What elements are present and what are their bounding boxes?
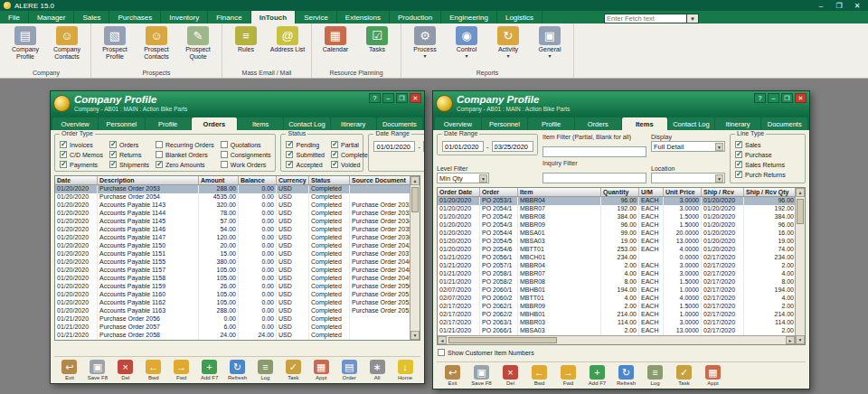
window-tab[interactable]: Personnel xyxy=(99,117,144,130)
table-row[interactable]: 01/21/2020 PO 2057/1 MBBR04 2.00 EACH 3.… xyxy=(438,262,795,270)
table-row[interactable]: 01/21/2020 Purchase Order 2056 0.00 0.00… xyxy=(55,315,410,324)
scroll-left-icon[interactable]: ◄ xyxy=(438,336,447,344)
window-titlebar[interactable]: Company Profile Company - AB01 : MAIN : … xyxy=(433,91,809,116)
window-tab[interactable]: Items xyxy=(622,117,668,130)
scroll-up-icon[interactable]: ▲ xyxy=(796,188,805,197)
toolbar-button[interactable]: ▦ Appt xyxy=(310,360,332,380)
toolbar-button[interactable]: ▣ Save F8 xyxy=(470,365,493,386)
table-row[interactable]: 01/20/2020 PO 2054/1 MBBR07 192.00 EACH … xyxy=(438,205,795,213)
column-header[interactable]: Status xyxy=(309,176,350,184)
scrollbar-thumb[interactable] xyxy=(448,337,557,343)
help-button[interactable]: ? xyxy=(754,93,766,103)
scroll-right-icon[interactable]: ► xyxy=(786,336,795,344)
column-header[interactable]: Quantity xyxy=(601,188,639,196)
window-tab[interactable]: Profile xyxy=(146,117,191,130)
table-row[interactable]: 01/20/2020 PO 2054/4 MBSA01 99.00 EACH 2… xyxy=(438,230,795,238)
table-row[interactable]: 02/07/2020 PO 2060/2 MBTT01 4.00 EACH 4.… xyxy=(438,295,795,303)
table-row[interactable]: 02/17/2020 PO 2062/1 MBBR09 2.00 EACH 1.… xyxy=(438,303,795,311)
ribbon-button[interactable]: ↻ Activity ▾ xyxy=(487,25,529,59)
checkbox[interactable]: Purchase xyxy=(735,151,800,158)
table-row[interactable]: 01/20/2020 Accounts Payable 1163 288.00 … xyxy=(55,307,410,315)
window-tab[interactable]: Orders xyxy=(192,117,237,130)
table-row[interactable]: 01/21/2020 Purchase Order 2058 24.00 24.… xyxy=(55,332,410,340)
date-to-input[interactable] xyxy=(423,141,424,152)
ribbon-button[interactable]: ☺ Company Contacts ▾ xyxy=(46,25,88,61)
toolbar-button[interactable]: × Del xyxy=(115,360,137,380)
checkbox[interactable]: Submitted xyxy=(286,151,325,158)
fetch-input[interactable] xyxy=(604,14,687,23)
date-from-input[interactable] xyxy=(442,141,484,152)
table-row[interactable]: 01/20/2020 Accounts Payable 1162 105.00 … xyxy=(55,299,410,307)
ribbon-tab[interactable]: Purchases xyxy=(109,11,161,23)
toolbar-button[interactable]: ✓ Task xyxy=(673,365,695,386)
scrollbar-thumb[interactable] xyxy=(411,187,419,212)
scroll-down-icon[interactable]: ▼ xyxy=(796,335,805,344)
table-row[interactable]: 01/20/2020 Accounts Payable 1145 57.00 0… xyxy=(55,218,410,226)
table-row[interactable]: 02/17/2020 PO 2062/2 MBHB01 214.00 EACH … xyxy=(438,311,795,319)
ribbon-tab[interactable]: Engineering xyxy=(441,11,497,23)
table-row[interactable]: 01/21/2020 PO 2058/2 MBBR08 8.00 EACH 1.… xyxy=(438,278,795,286)
window-tab[interactable]: Documents xyxy=(761,117,807,130)
ribbon-button[interactable]: ▣ General ▾ xyxy=(529,25,571,59)
table-row[interactable]: 01/21/2020 Purchase Order 2057 6.00 0.00… xyxy=(55,324,410,332)
minimize-button[interactable]: – xyxy=(382,93,394,103)
vertical-scrollbar[interactable]: ▲ ▼ xyxy=(410,176,420,340)
vertical-scrollbar[interactable]: ▲ ▼ xyxy=(795,188,805,344)
scrollbar-thumb[interactable] xyxy=(797,199,804,224)
checkbox[interactable]: Orders xyxy=(109,141,149,148)
ribbon-button[interactable]: ◉ Control ▾ xyxy=(446,25,487,59)
checkbox[interactable]: Purch Returns xyxy=(735,171,800,178)
table-row[interactable]: 01/20/2020 Accounts Payable 1159 26.00 0… xyxy=(55,283,410,291)
toolbar-button[interactable]: ↻ Refresh xyxy=(227,360,249,380)
ribbon-tab[interactable]: File xyxy=(0,11,29,23)
minimize-button[interactable]: – xyxy=(768,93,779,103)
window-tab[interactable]: Contact Log xyxy=(284,117,329,130)
column-header[interactable]: Order Date xyxy=(438,188,480,196)
toolbar-button[interactable]: × Del xyxy=(499,365,522,386)
window-tab[interactable]: Overview xyxy=(52,117,98,130)
checkbox[interactable]: Payments xyxy=(60,161,103,168)
table-row[interactable]: 01/20/2020 PO 2054/3 MBBR09 96.00 EACH 1… xyxy=(438,221,795,230)
maximize-button[interactable]: ❐ xyxy=(781,93,793,103)
checkbox[interactable]: Sales xyxy=(735,141,800,148)
level-filter-select[interactable]: Min Qty ▼ xyxy=(437,173,489,183)
table-row[interactable]: 01/20/2020 Purchase Order 2054 4535.00 0… xyxy=(55,193,410,202)
table-row[interactable]: 01/20/2020 Accounts Payable 1158 105.00 … xyxy=(55,275,410,283)
table-row[interactable]: 01/20/2020 PO 2054/5 MBSA03 19.00 EACH 1… xyxy=(438,238,795,246)
window-tab[interactable]: Documents xyxy=(377,117,422,130)
scroll-down-icon[interactable]: ▼ xyxy=(410,331,420,340)
ribbon-tab[interactable]: Extensions xyxy=(337,11,390,23)
toolbar-button[interactable]: + Add F7 xyxy=(199,360,221,380)
ribbon-tab[interactable]: Inventory xyxy=(161,11,208,23)
checkbox[interactable]: Blanket Orders xyxy=(156,151,214,158)
column-header[interactable]: Unit Price xyxy=(664,188,702,196)
scroll-up-icon[interactable]: ▲ xyxy=(410,176,420,185)
column-header[interactable]: Order xyxy=(480,188,518,196)
ribbon-button[interactable]: ⚙ Process ▾ xyxy=(404,25,446,59)
checkbox[interactable]: C/D Memos xyxy=(60,151,103,158)
window-tab[interactable]: Orders xyxy=(575,117,621,130)
ribbon-button[interactable]: ▧ Prospect Profile ▾ xyxy=(94,25,136,61)
checkbox[interactable]: Sales Returns xyxy=(735,161,800,168)
table-row[interactable]: 01/20/2020 Accounts Payable 1144 78.00 0… xyxy=(55,210,410,218)
column-header[interactable]: Item xyxy=(518,188,601,196)
column-header[interactable]: Currency xyxy=(277,176,309,184)
app-minimize-button[interactable]: – xyxy=(814,2,828,10)
column-header[interactable]: Source Document xyxy=(350,176,410,184)
toolbar-button[interactable]: ≡ Log xyxy=(254,360,276,380)
app-close-button[interactable]: ✕ xyxy=(850,2,864,10)
table-row[interactable]: 01/21/2020 PO 2056/1 MBCH01 234.00 0.000… xyxy=(438,254,795,262)
inquiry-filter-input[interactable] xyxy=(542,173,646,183)
table-row[interactable]: 02/17/2020 PO 2063/1 MBBR03 114.00 EACH … xyxy=(438,319,795,327)
window-tab[interactable]: Items xyxy=(238,117,283,130)
table-row[interactable]: 01/21/2020 PO 2066/1 MBSA03 2.00 EACH 13… xyxy=(438,327,795,335)
checkbox[interactable]: Recurring Orders xyxy=(156,141,214,148)
display-select[interactable]: Full Detail ▼ xyxy=(651,141,725,152)
ribbon-button[interactable]: ☑ Tasks ▾ xyxy=(356,25,398,53)
table-row[interactable]: 01/20/2020 Accounts Payable 1146 54.00 0… xyxy=(55,226,410,234)
checkbox[interactable]: Accepted xyxy=(286,161,325,168)
date-from-input[interactable] xyxy=(373,141,415,152)
ribbon-tab[interactable]: Manager xyxy=(29,11,75,23)
toolbar-button[interactable]: → Fwd xyxy=(557,365,580,386)
ribbon-tab[interactable]: InTouch xyxy=(251,11,297,23)
